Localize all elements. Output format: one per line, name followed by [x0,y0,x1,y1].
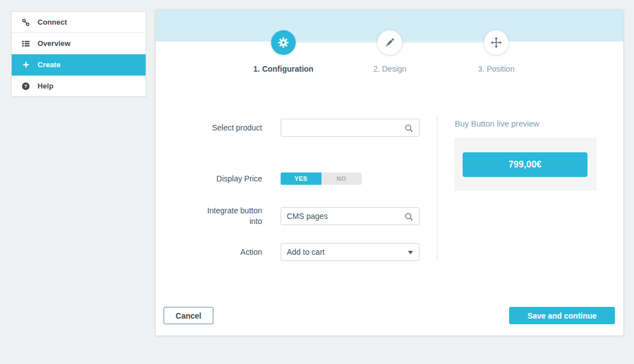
cancel-button[interactable]: Cancel [164,307,213,324]
help-icon: ? [21,82,30,91]
search-icon[interactable] [404,212,414,222]
search-icon[interactable] [404,123,414,133]
wizard-step-configuration: 1. Configuration [236,30,331,73]
select-product-row: Select product [195,119,419,137]
svg-text:?: ? [24,83,27,89]
action-row: Action Add to cart [195,243,419,261]
display-price-label: Display Price [195,174,262,184]
design-step-circle[interactable] [377,30,402,55]
step-label: 2. Design [373,64,406,73]
save-and-continue-button[interactable]: Save and continue [509,307,615,324]
sidebar-item-help[interactable]: ? Help [12,76,146,96]
link-icon [21,18,30,27]
sidebar-item-create[interactable]: Create [12,54,146,76]
select-product-label: Select product [195,123,262,133]
sidebar-item-label: Help [38,82,54,90]
integrate-button-row: Integrate button into [195,207,419,225]
wizard-step-position: 3. Position [449,30,544,73]
action-label: Action [195,247,262,258]
pencil-icon [384,37,395,48]
select-product-field-wrap [281,119,419,137]
display-price-row: Display Price YES NO [195,170,419,188]
wizard-step-design: 2. Design [342,30,437,73]
gear-icon [277,36,290,49]
sidebar-item-connect[interactable]: Connect [12,12,146,33]
sidebar-item-label: Overview [38,39,71,48]
live-preview-title: Buy Button live preview [455,119,539,128]
integrate-button-label: Integrate button into [195,206,262,227]
select-product-input[interactable] [281,119,419,136]
list-icon [21,39,30,48]
buy-button-preview: 799,00€ [463,152,588,177]
sidebar: Connect Overview Create ? Help [11,11,146,97]
create-wizard-panel: 1. Configuration 2. Design [155,10,624,336]
display-price-toggle: YES NO [281,172,362,185]
sidebar-item-label: Connect [38,18,67,26]
action-select-value: Add to cart [287,248,325,256]
integrate-button-input[interactable] [281,208,419,225]
plus-icon [21,60,30,69]
integrate-button-field-wrap [281,207,419,225]
caret-down-icon [408,250,413,255]
action-select[interactable]: Add to cart [281,243,419,261]
live-preview-box: 799,00€ [454,138,596,191]
step-label: 3. Position [478,64,514,73]
sidebar-item-label: Create [38,60,60,69]
position-step-circle[interactable] [484,30,509,55]
move-icon [490,36,502,49]
configuration-step-circle[interactable] [271,30,296,55]
form-preview-divider [437,115,437,261]
sidebar-item-overview[interactable]: Overview [12,33,146,54]
display-price-yes-option[interactable]: YES [281,172,321,185]
display-price-no-option[interactable]: NO [321,172,362,185]
step-label: 1. Configuration [253,64,313,73]
